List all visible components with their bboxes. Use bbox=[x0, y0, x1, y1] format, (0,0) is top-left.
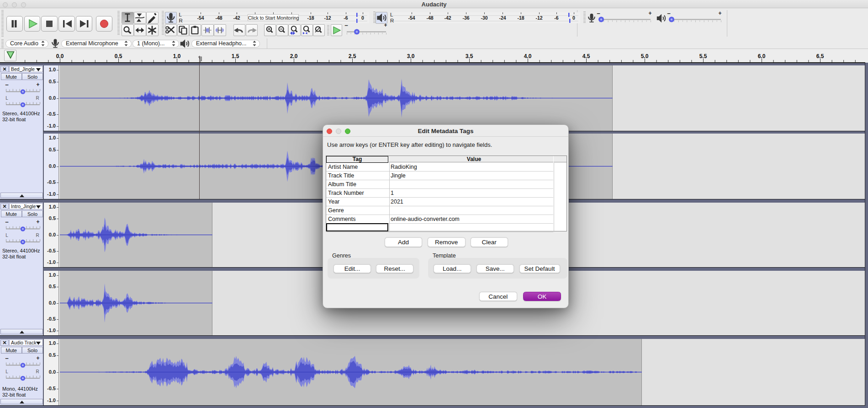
svg-text:0.0: 0.0 bbox=[56, 53, 64, 59]
svg-text:4.5: 4.5 bbox=[582, 53, 590, 59]
svg-text:−: − bbox=[344, 22, 348, 29]
svg-text:6.0: 6.0 bbox=[758, 53, 766, 59]
svg-text:1.0: 1.0 bbox=[173, 53, 181, 59]
svg-text:1.5: 1.5 bbox=[232, 53, 239, 59]
svg-text:6.5: 6.5 bbox=[816, 53, 824, 59]
svg-text:+: + bbox=[36, 81, 39, 88]
svg-text:−: − bbox=[597, 10, 600, 17]
svg-text:R: R bbox=[36, 233, 39, 238]
svg-text:R: R bbox=[36, 369, 39, 374]
svg-text:−: − bbox=[667, 10, 671, 17]
svg-text:2.5: 2.5 bbox=[349, 53, 356, 59]
svg-text:4.0: 4.0 bbox=[524, 53, 532, 59]
svg-text:+: + bbox=[36, 355, 39, 361]
svg-text:2.0: 2.0 bbox=[290, 53, 298, 59]
svg-text:L: L bbox=[5, 369, 8, 374]
svg-text:R: R bbox=[36, 96, 39, 101]
svg-text:0.5: 0.5 bbox=[115, 53, 122, 59]
svg-text:3.0: 3.0 bbox=[407, 53, 415, 59]
svg-text:3.5: 3.5 bbox=[466, 53, 473, 59]
svg-text:L: L bbox=[5, 233, 8, 238]
svg-text:L: L bbox=[5, 96, 8, 101]
svg-text:L: L bbox=[390, 12, 393, 17]
svg-text:−: − bbox=[5, 81, 9, 88]
svg-text:−: − bbox=[5, 219, 9, 225]
svg-text:+: + bbox=[384, 22, 387, 28]
svg-text:R: R bbox=[390, 18, 394, 23]
svg-text:+: + bbox=[648, 10, 651, 16]
svg-text:5.0: 5.0 bbox=[641, 53, 649, 59]
svg-text:5.5: 5.5 bbox=[699, 53, 707, 59]
svg-text:−: − bbox=[5, 355, 9, 362]
svg-text:+: + bbox=[36, 219, 39, 225]
svg-text:+: + bbox=[718, 10, 721, 16]
